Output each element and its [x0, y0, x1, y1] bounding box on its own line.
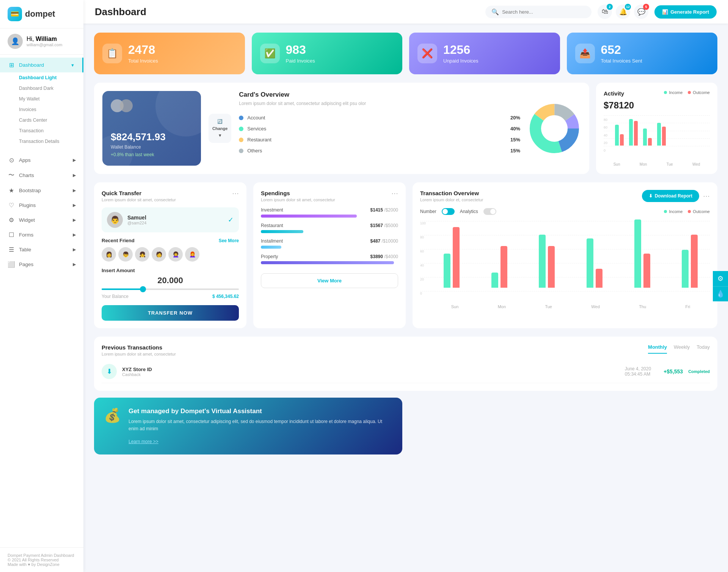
- spending-bar: [261, 246, 281, 249]
- spending-item-investment: Investment $1415 /$2000: [261, 207, 398, 218]
- shopping-icon-btn[interactable]: 🛍 2: [598, 5, 612, 19]
- activity-chart-labels: Sun Mon Tue Wed: [604, 162, 710, 166]
- sidebar-item-dashboard-light[interactable]: Dashboard Light: [19, 72, 83, 83]
- sidebar-item-label: Pages: [19, 262, 33, 267]
- stat-card-unpaid-invoices: ❌ 1256 Unpaid Invoices: [409, 33, 560, 74]
- va-learn-more-link[interactable]: Learn more >>: [129, 439, 158, 444]
- table-icon: ☰: [8, 246, 15, 253]
- label-sun: Sun: [451, 304, 459, 309]
- chevron-right-icon: ▶: [73, 247, 76, 252]
- previous-transactions-panel: Previous Transactions Lorem ipsum dolor …: [94, 337, 717, 391]
- sidebar-item-bootstrap[interactable]: ★ Bootstrap ▶: [0, 183, 83, 198]
- tab-monthly[interactable]: Monthly: [648, 344, 667, 354]
- legend-item-services: Services 40%: [239, 123, 520, 134]
- chevron-down-icon: ▼: [218, 133, 222, 138]
- slider-thumb[interactable]: [140, 286, 146, 292]
- friend-avatar-4[interactable]: 🧑: [152, 247, 166, 262]
- income-bar: [587, 238, 593, 288]
- tx-date: June 4, 2020 05:34:45 AM: [625, 366, 651, 377]
- friend-avatar-5[interactable]: 👩‍🦱: [168, 247, 183, 262]
- sidebar-item-pages[interactable]: ⬜ Pages ▶: [0, 257, 83, 272]
- tx-overview-title: Transaction Overview: [420, 190, 483, 196]
- total-sent-number: 652: [601, 43, 642, 56]
- spending-bar: [261, 215, 357, 218]
- sidebar-item-apps[interactable]: ⊙ Apps ▶: [0, 153, 83, 168]
- transfer-now-button[interactable]: TRANSFER NOW: [102, 305, 239, 321]
- spendings-panel: Spendings Lorem ipsum dolor sit amet, co…: [253, 182, 406, 328]
- pages-icon: ⬜: [8, 261, 15, 268]
- bottom-row: Quick Transfer Lorem ipsum dolor sit ame…: [94, 182, 717, 328]
- outcome-bar: [648, 138, 652, 146]
- others-dot: [239, 149, 243, 153]
- quick-transfer-menu-button[interactable]: ⋯: [232, 190, 239, 197]
- sidebar-item-my-wallet[interactable]: My Wallet: [19, 94, 83, 104]
- tab-today[interactable]: Today: [697, 344, 710, 354]
- friend-avatar-3[interactable]: 👧: [135, 247, 149, 262]
- friend-avatar-6[interactable]: 👩‍🦰: [185, 247, 199, 262]
- settings-icon-btn[interactable]: ⚙: [713, 271, 728, 286]
- outcome-bar: [596, 269, 602, 288]
- number-toggle[interactable]: [442, 208, 455, 215]
- water-drop-icon-btn[interactable]: 💧: [713, 286, 728, 301]
- label-wed: Wed: [591, 304, 599, 309]
- slider-fill: [102, 288, 143, 290]
- user-email: william@gmail.com: [27, 42, 62, 47]
- tab-weekly[interactable]: Weekly: [674, 344, 690, 354]
- sidebar-item-cards-center[interactable]: Cards Center: [19, 115, 83, 125]
- sidebar-item-dashboard[interactable]: ⊞ Dashboard ▼: [0, 58, 83, 72]
- apps-icon: ⊙: [8, 157, 15, 164]
- message-badge: 5: [643, 4, 649, 10]
- sidebar-item-label: Dashboard: [19, 62, 44, 68]
- friend-avatar-1[interactable]: 👩: [102, 247, 116, 262]
- generate-report-button[interactable]: 📊 Generate Report: [654, 5, 717, 19]
- paid-invoices-number: 983: [286, 43, 315, 56]
- services-dot: [239, 127, 243, 131]
- spending-amount: $487 /$10000: [370, 238, 398, 244]
- total-invoices-label: Total Invoices: [128, 58, 158, 64]
- search-box[interactable]: 🔍: [485, 6, 592, 18]
- income-dot: [664, 210, 667, 213]
- outcome-bar: [500, 246, 507, 288]
- sidebar-item-forms[interactable]: ☐ Forms ▶: [0, 227, 83, 242]
- label-tue: Tue: [667, 162, 673, 166]
- sidebar-item-invoices[interactable]: Invoices: [19, 104, 83, 115]
- others-pct: 15%: [510, 148, 520, 154]
- see-more-link[interactable]: See More: [219, 238, 239, 243]
- search-input[interactable]: [502, 9, 578, 15]
- tx-big-bar-chart: [431, 221, 710, 297]
- tx-amount: +$5,553: [656, 368, 683, 375]
- sidebar-item-transaction[interactable]: Transaction: [19, 125, 83, 136]
- outcome-bar: [662, 127, 666, 146]
- sidebar-item-widget[interactable]: ⚙ Widget ▶: [0, 213, 83, 227]
- stat-card-info: 2478 Total Invoices: [128, 43, 158, 64]
- download-icon: ⬇: [649, 193, 653, 199]
- message-icon-btn[interactable]: 💬 5: [634, 5, 648, 19]
- spending-amount: $3890 /$4000: [370, 254, 398, 259]
- sidebar-item-plugins[interactable]: ♡ Plugins ▶: [0, 198, 83, 213]
- card-overview-subtitle: Lorem ipsum dolor sit amet, consectetur …: [239, 101, 520, 106]
- avatar: 👤: [8, 34, 23, 49]
- chevron-right-icon: ▶: [73, 218, 76, 223]
- analytics-toggle[interactable]: [483, 208, 496, 215]
- total-invoices-number: 2478: [128, 43, 158, 56]
- sidebar-item-charts[interactable]: 〜 Charts ▶: [0, 168, 83, 183]
- tx-overview-menu-button[interactable]: ⋯: [703, 193, 710, 199]
- sidebar-item-dashboard-dark[interactable]: Dashboard Dark: [19, 83, 83, 94]
- nav-section-other: ⊙ Apps ▶ 〜 Charts ▶ ★ Bootstrap ▶ ♡ Plug…: [0, 150, 83, 275]
- download-report-button[interactable]: ⬇ Download Report: [642, 190, 699, 202]
- spendings-menu-button[interactable]: ⋯: [391, 190, 398, 197]
- footer-made: Made with ♥ by DesignZone: [8, 562, 76, 567]
- sidebar-footer: Dompet Payment Admin Dashboard © 2021 Al…: [0, 547, 83, 572]
- label-thu: Thu: [639, 304, 646, 309]
- friend-avatar-2[interactable]: 👦: [118, 247, 133, 262]
- transfer-user-info: Samuel @sam224: [127, 215, 146, 225]
- sidebar-item-table[interactable]: ☰ Table ▶: [0, 242, 83, 257]
- outcome-legend: Outcome: [688, 209, 710, 214]
- notification-icon-btn[interactable]: 🔔 12: [616, 5, 630, 19]
- activity-legend: Income Outcome: [664, 90, 710, 95]
- change-card-button[interactable]: 🔄 Change ▼: [209, 114, 231, 143]
- spendings-title: Spendings: [261, 190, 335, 196]
- view-more-button[interactable]: View More: [261, 273, 398, 288]
- sidebar-item-transaction-details[interactable]: Transaction Details: [19, 136, 83, 147]
- va-text: Lorem ipsum dolor sit amet, consectetur …: [129, 418, 392, 433]
